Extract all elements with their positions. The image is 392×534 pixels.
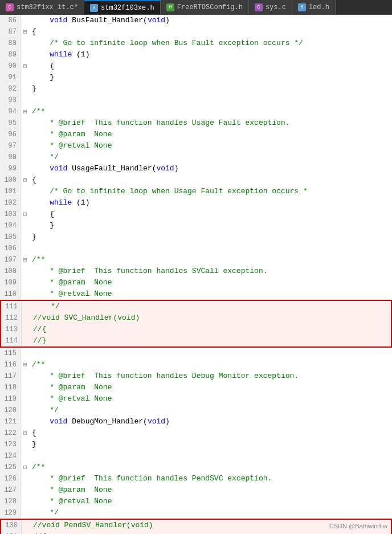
- line-num-109: 109: [0, 277, 21, 288]
- tab-icon-h1: H: [90, 4, 98, 12]
- line-num-88: 88: [0, 38, 21, 49]
- code-line-124: 124: [0, 450, 392, 462]
- line-content-94: /**: [30, 106, 392, 117]
- line-num-91: 91: [0, 72, 21, 83]
- line-num-113: 113: [1, 324, 22, 335]
- code-line-100: 100 ⊟ {: [0, 174, 392, 186]
- line-content-109: * @param None: [30, 277, 392, 288]
- line-num-100: 100: [0, 174, 21, 186]
- line-num-97: 97: [0, 140, 21, 152]
- line-num-123: 123: [0, 439, 21, 450]
- code-line-119: 119 * @retval None: [0, 393, 392, 405]
- line-num-121: 121: [0, 416, 21, 427]
- code-line-121: 121 void DebugMon_Handler(void): [0, 416, 392, 427]
- line-num-124: 124: [0, 450, 21, 462]
- tab-freertos-config-h[interactable]: H FreeRTOSConfig.h: [161, 0, 249, 14]
- tab-stm32f103xe-h[interactable]: H stm32f103xe.h: [84, 0, 161, 14]
- line-content-102: while (1): [30, 197, 392, 209]
- line-num-127: 127: [0, 484, 21, 496]
- tab-label-stm32f103xe-h: stm32f103xe.h: [101, 4, 154, 12]
- line-num-122: 122: [0, 427, 21, 439]
- code-line-98: 98 */: [0, 152, 392, 163]
- code-line-93: 93: [0, 95, 392, 106]
- line-num-119: 119: [0, 393, 21, 405]
- tab-icon-sys: C: [255, 3, 263, 11]
- line-content-117: * @brief This function handles Debug Mon…: [30, 370, 392, 382]
- line-content-107: /**: [30, 254, 392, 266]
- line-content-123: }: [30, 439, 392, 450]
- code-line-117: 117 * @brief This function handles Debug…: [0, 370, 392, 382]
- line-content-129: */: [30, 507, 392, 519]
- line-num-99: 99: [0, 163, 21, 174]
- tab-label-sys-c: sys.c: [266, 3, 286, 11]
- line-num-108: 108: [0, 266, 21, 277]
- tab-icon-rtos: H: [166, 3, 174, 11]
- line-content-128: * @retval None: [30, 496, 392, 507]
- line-content-99: void UsageFault_Handler(void): [30, 163, 392, 174]
- line-content-112: //void SVC_Handler(void): [31, 312, 391, 324]
- line-content-101: /* Go to infinite loop when Usage Fault …: [30, 186, 392, 197]
- tab-label-led-h: led.h: [309, 3, 329, 11]
- line-content-92: }: [30, 83, 392, 95]
- line-num-118: 118: [0, 382, 21, 393]
- code-line-112: 112 //void SVC_Handler(void): [1, 312, 391, 324]
- line-num-128: 128: [0, 496, 21, 507]
- code-line-129: 129 */: [0, 507, 392, 519]
- code-line-94: 94 ⊟ /**: [0, 106, 392, 117]
- code-line-120: 120 */: [0, 405, 392, 416]
- line-num-120: 120: [0, 405, 21, 416]
- code-line-108: 108 * @brief This function handles SVCal…: [0, 266, 392, 277]
- code-line-102: 102 while (1): [0, 197, 392, 209]
- line-num-101: 101: [0, 186, 21, 197]
- line-content-89: while (1): [30, 49, 392, 60]
- line-content-98: */: [30, 152, 392, 163]
- tab-sys-c[interactable]: C sys.c: [249, 0, 292, 14]
- code-line-106: 106: [0, 243, 392, 254]
- line-content-119: * @retval None: [30, 393, 392, 405]
- code-line-90: 90 ⊟ {: [0, 60, 392, 72]
- code-line-116: 116 ⊟ /**: [0, 359, 392, 370]
- code-line-110: 110 * @retval None: [0, 288, 392, 300]
- line-num-98: 98: [0, 152, 21, 163]
- code-line-105: 105 }: [0, 231, 392, 243]
- line-num-126: 126: [0, 473, 21, 484]
- code-line-109: 109 * @param None: [0, 277, 392, 288]
- line-num-96: 96: [0, 129, 21, 140]
- tab-stm32f1xx-it-c[interactable]: C stm32f1xx_it.c*: [0, 0, 84, 14]
- line-content-121: void DebugMon_Handler(void): [30, 416, 392, 427]
- line-num-125: 125: [0, 462, 21, 473]
- tab-label-freertos-config-h: FreeRTOSConfig.h: [177, 3, 243, 11]
- line-num-92: 92: [0, 83, 21, 95]
- code-line-91: 91 }: [0, 72, 392, 83]
- code-line-86: 86 void BusFault_Handler(void): [0, 15, 392, 26]
- code-line-122: 122 ⊟ {: [0, 427, 392, 439]
- line-content-88: /* Go to infinite loop when Bus Fault ex…: [30, 38, 392, 49]
- line-content-122: {: [30, 427, 392, 439]
- line-content-125: /**: [30, 462, 392, 473]
- tab-label-stm32f1xx-it-c: stm32f1xx_it.c*: [17, 3, 78, 11]
- line-content-103: {: [30, 209, 392, 220]
- line-num-102: 102: [0, 197, 21, 209]
- code-line-103: 103 ⊟ {: [0, 209, 392, 220]
- line-content-91: }: [30, 72, 392, 83]
- line-num-90: 90: [0, 60, 21, 72]
- code-line-118: 118 * @param None: [0, 382, 392, 393]
- line-num-111: 111: [1, 301, 22, 312]
- line-num-112: 112: [1, 312, 22, 324]
- line-num-116: 116: [0, 359, 21, 370]
- code-line-97: 97 * @retval None: [0, 140, 392, 152]
- line-num-103: 103: [0, 209, 21, 220]
- tab-icon-c: C: [6, 3, 14, 11]
- line-content-90: {: [30, 60, 392, 72]
- code-line-114: 114 //}: [1, 335, 391, 347]
- code-line-104: 104 }: [0, 220, 392, 231]
- line-num-95: 95: [0, 117, 21, 129]
- code-line-125: 125 ⊟ /**: [0, 462, 392, 473]
- code-line-96: 96 * @param None: [0, 129, 392, 140]
- line-content-120: */: [30, 405, 392, 416]
- code-line-99: 99 void UsageFault_Handler(void): [0, 163, 392, 174]
- line-content-114: //}: [31, 335, 391, 347]
- tab-led-h[interactable]: H led.h: [292, 0, 336, 14]
- line-num-93: 93: [0, 95, 21, 106]
- line-num-129: 129: [0, 507, 21, 519]
